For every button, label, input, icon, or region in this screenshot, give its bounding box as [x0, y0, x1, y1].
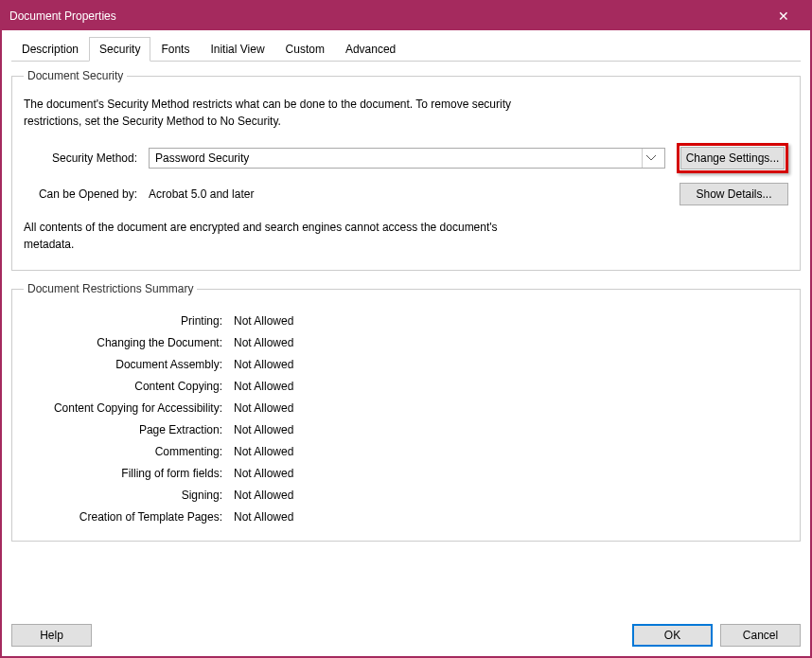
security-method-dropdown[interactable]: Password Security [149, 148, 665, 169]
tablist: Description Security Fonts Initial View … [11, 36, 801, 62]
change-settings-highlight: Change Settings... [677, 143, 788, 173]
content: Description Security Fonts Initial View … [2, 30, 810, 656]
chevron-down-icon [642, 149, 659, 168]
security-method-value: Password Security [155, 151, 642, 165]
footer: Help OK Cancel [11, 618, 801, 647]
ok-button[interactable]: OK [632, 624, 713, 647]
tab-advanced[interactable]: Advanced [335, 37, 406, 62]
close-icon[interactable]: ✕ [765, 9, 803, 24]
restriction-row: Document Assembly:Not Allowed [24, 358, 788, 371]
titlebar: Document Properties ✕ [2, 2, 810, 30]
tab-description[interactable]: Description [11, 37, 89, 62]
restrictions-list: Printing:Not Allowed Changing the Docume… [24, 314, 788, 524]
compat-label: Can be Opened by: [24, 187, 137, 201]
document-security-legend: Document Security [24, 69, 127, 82]
restriction-row: Content Copying:Not Allowed [24, 380, 788, 393]
help-button[interactable]: Help [11, 624, 92, 647]
restriction-row: Creation of Template Pages:Not Allowed [24, 510, 788, 524]
tab-initial-view[interactable]: Initial View [200, 37, 274, 62]
document-security-group: Document Security The document's Securit… [11, 69, 801, 271]
restriction-row: Content Copying for Accessibility:Not Al… [24, 401, 788, 415]
restriction-row: Changing the Document:Not Allowed [24, 336, 788, 349]
restriction-row: Filling of form fields:Not Allowed [24, 467, 788, 480]
security-method-label: Security Method: [24, 151, 137, 165]
restriction-row: Page Extraction:Not Allowed [24, 423, 788, 436]
restriction-row: Commenting:Not Allowed [24, 445, 788, 458]
cancel-button[interactable]: Cancel [720, 624, 801, 647]
compat-value: Acrobat 5.0 and later [149, 187, 254, 201]
tab-fonts[interactable]: Fonts [150, 37, 200, 62]
tab-body: Document Security The document's Securit… [11, 62, 801, 618]
show-details-button[interactable]: Show Details... [680, 183, 788, 205]
restrictions-group: Document Restrictions Summary Printing:N… [11, 282, 801, 542]
restriction-row: Signing:Not Allowed [24, 489, 788, 502]
encryption-note: All contents of the document are encrypt… [24, 219, 516, 253]
security-description: The document's Security Method restricts… [24, 96, 516, 130]
change-settings-button[interactable]: Change Settings... [680, 147, 785, 169]
restrictions-legend: Document Restrictions Summary [24, 282, 197, 295]
window-title: Document Properties [9, 9, 765, 23]
restriction-row: Printing:Not Allowed [24, 314, 788, 328]
tab-security[interactable]: Security [89, 37, 150, 62]
tab-custom[interactable]: Custom [275, 37, 335, 62]
